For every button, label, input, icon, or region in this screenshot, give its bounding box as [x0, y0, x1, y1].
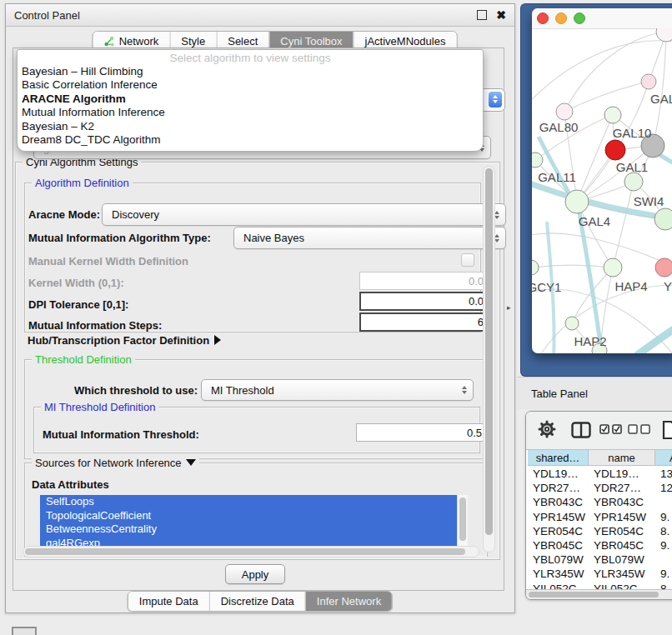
- table-row[interactable]: YPR145WYPR145W9.: [526, 510, 672, 524]
- network-edge[interactable]: [657, 153, 672, 180]
- algorithm-option-dream8-dc-tdc-algorithm[interactable]: Dream8 DC_TDC Algorithm: [18, 133, 483, 147]
- table-cell: 12: [660, 481, 672, 495]
- network-node-hap4[interactable]: [604, 258, 622, 277]
- algorithm-option-mutual-information-inference[interactable]: Mutual Information Inference: [18, 106, 483, 119]
- kernel-width-field[interactable]: 0.0: [359, 272, 491, 290]
- table-row[interactable]: YLR345WYLR345W9.: [526, 567, 672, 581]
- dpi-tolerance-field[interactable]: 0.0: [359, 292, 491, 311]
- network-node-gal4[interactable]: [565, 190, 589, 213]
- table-cell: YBR043C: [594, 495, 655, 509]
- settings-hscrollbar[interactable]: [23, 546, 479, 558]
- attributes-scrollbar-thumb[interactable]: [459, 498, 466, 541]
- kernel-width-label: Kernel Width (0,1):: [28, 277, 124, 289]
- tab-label: Discretize Data: [221, 595, 294, 608]
- table-row[interactable]: YBL079WYBL079W: [526, 552, 672, 567]
- network-edge[interactable]: [532, 233, 672, 278]
- sources-title[interactable]: Sources for Network Inference: [32, 457, 199, 469]
- split-columns-icon[interactable]: [571, 422, 591, 438]
- network-edge[interactable]: [629, 312, 672, 353]
- table-row[interactable]: YBR043CYBR043C: [526, 495, 672, 509]
- node-label-swi4: SWI4: [634, 194, 664, 208]
- network-edge[interactable]: [532, 265, 613, 268]
- mi-threshold-label: Mutual Information Threshold:: [43, 428, 199, 441]
- network-node-gcy1[interactable]: [532, 260, 539, 275]
- network-edge[interactable]: [613, 182, 634, 268]
- network-node-hap2[interactable]: [565, 317, 579, 330]
- apply-button[interactable]: Apply: [225, 564, 285, 584]
- network-edge[interactable]: [564, 82, 649, 112]
- algorithm-option-basic-correlation-inference[interactable]: Basic Correlation Inference: [18, 78, 483, 92]
- minimize-traffic-light[interactable]: [555, 12, 567, 24]
- algorithm-option-aracne-algorithm[interactable]: ARACNE Algorithm: [18, 92, 483, 106]
- settings-vscrollbar[interactable]: [483, 166, 495, 552]
- which-threshold-combo[interactable]: MI Threshold: [201, 379, 474, 401]
- settings-vscrollbar-thumb[interactable]: [485, 168, 493, 535]
- table-row[interactable]: YER054CYER054C8.: [526, 524, 672, 538]
- algorithm-option-bayesian-hill-climbing[interactable]: Bayesian – Hill Climbing: [18, 65, 483, 78]
- checked-rows-icon[interactable]: [599, 424, 623, 434]
- network-window-titlebar: [532, 8, 672, 29]
- settings-hscrollbar-thumb[interactable]: [25, 548, 465, 555]
- bottom-tab-strip: Impute DataDiscretize DataInfer Network: [128, 591, 393, 612]
- network-node-gal7[interactable]: [641, 74, 656, 89]
- attribute-item-selfloops[interactable]: SelfLoops: [40, 495, 467, 509]
- network-node-partial-top[interactable]: [656, 28, 672, 42]
- close-icon[interactable]: ✖: [496, 9, 506, 21]
- network-node-y-node[interactable]: [655, 258, 672, 277]
- tab-impute-data[interactable]: Impute Data: [128, 592, 209, 611]
- table-cell: 9.: [660, 510, 672, 524]
- manual-kernel-checkbox[interactable]: [461, 253, 474, 267]
- minimized-panel-icon[interactable]: [12, 627, 37, 635]
- tab-label: Style: [181, 35, 205, 48]
- which-threshold-value: MI Threshold: [211, 384, 274, 397]
- network-node-gal80[interactable]: [556, 103, 573, 120]
- mi-type-label: Mutual Information Algorithm Type:: [28, 232, 211, 244]
- control-panel-title: Control Panel: [14, 9, 80, 22]
- aracne-mode-combo[interactable]: Discovery: [102, 203, 506, 226]
- network-node-gal10[interactable]: [604, 107, 621, 123]
- table-window: shared…nameA YDL19…YDL19…13YDR27…YDR27…1…: [525, 411, 672, 600]
- algorithm-option-bayesian-k2[interactable]: Bayesian – K2: [18, 120, 483, 133]
- tab-discretize-data[interactable]: Discretize Data: [209, 592, 305, 611]
- algorithm-dropdown-popup: Select algorithm to view settings Bayesi…: [17, 49, 484, 152]
- network-node-red[interactable]: [605, 140, 625, 160]
- network-svg[interactable]: GALGAL80GAL10GAL1GAL11SWI4GAL4GCY1HAP4YH…: [532, 28, 672, 353]
- attribute-item-topologicalcoefficient[interactable]: TopologicalCoefficient: [40, 509, 467, 523]
- table-cell: YER054C: [533, 524, 589, 538]
- zoom-traffic-light[interactable]: [574, 12, 585, 24]
- close-traffic-light[interactable]: [537, 12, 549, 24]
- panel-collapse-arrow[interactable]: ▸: [507, 303, 511, 312]
- table-cell: YDL19…: [594, 467, 655, 481]
- hub-definition-label: Hub/Transcription Factor Definition: [28, 334, 209, 347]
- mi-type-combo[interactable]: Naive Bayes: [233, 227, 506, 249]
- network-edge[interactable]: [653, 32, 666, 146]
- chevron-updown-icon: [462, 386, 467, 394]
- document-icon[interactable]: [662, 420, 672, 440]
- hub-definition-toggle[interactable]: Hub/Transcription Factor Definition: [28, 334, 221, 347]
- attributes-scrollbar[interactable]: [457, 495, 468, 550]
- network-node-gal11[interactable]: [532, 152, 543, 168]
- gear-icon[interactable]: [538, 420, 556, 438]
- column-header-shared[interactable]: shared…: [528, 449, 589, 466]
- tab-label: Infer Network: [317, 595, 381, 608]
- network-edge[interactable]: [577, 115, 613, 202]
- table-row[interactable]: YDL19…YDL19…13: [526, 467, 672, 481]
- table-hscrollbar-thumb[interactable]: [529, 592, 659, 598]
- mi-threshold-field[interactable]: 0.5: [356, 423, 489, 442]
- table-row[interactable]: YDR27…YDR27…12: [526, 481, 672, 495]
- mi-steps-label: Mutual Information Steps:: [28, 319, 162, 332]
- mi-steps-field[interactable]: 6: [359, 312, 491, 332]
- attribute-item-betweennesscentrality[interactable]: BetweennessCentrality: [40, 522, 467, 537]
- triangle-down-icon: [186, 459, 196, 466]
- column-header-name[interactable]: name: [589, 449, 655, 466]
- unchecked-rows-icon[interactable]: [628, 424, 651, 434]
- network-node-gal1[interactable]: [624, 172, 643, 191]
- table-toolbar: [526, 412, 672, 450]
- tab-infer-network[interactable]: Infer Network: [305, 592, 392, 611]
- node-label-gal4: GAL4: [579, 214, 610, 228]
- float-icon[interactable]: [477, 10, 487, 20]
- table-hscrollbar[interactable]: [526, 589, 672, 599]
- network-node-swi4[interactable]: [654, 208, 672, 230]
- table-row[interactable]: YBR045CYBR045C9.: [526, 538, 672, 552]
- column-header-a[interactable]: A: [655, 449, 672, 466]
